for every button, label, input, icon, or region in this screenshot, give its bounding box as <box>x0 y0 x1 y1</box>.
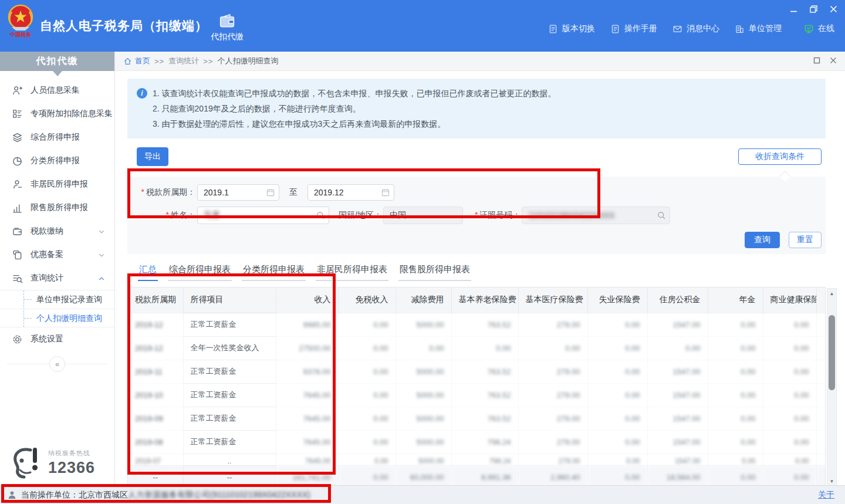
period-to-input[interactable]: 2019.12 <box>307 184 394 201</box>
cell-amount: 5000.00 <box>396 407 451 430</box>
restore-button[interactable] <box>807 4 819 14</box>
name-input[interactable]: 马某 <box>197 207 329 224</box>
tab-summary[interactable]: 汇总 <box>138 262 158 281</box>
sidebar-item-system-settings[interactable]: 系统设置 <box>0 327 114 351</box>
calendar-icon[interactable] <box>381 188 390 197</box>
doc-icon <box>548 24 558 34</box>
manual-button[interactable]: 操作手册 <box>610 23 657 34</box>
pie-icon <box>12 155 23 167</box>
app-header: 中国税务 自然人电子税务局（扣缴端） 代扣代缴 版本切换操作手册消息中心单位管理… <box>0 0 845 52</box>
cell-amount: 0.00 <box>816 336 826 360</box>
minimize-button[interactable] <box>787 4 799 14</box>
cell-amount: 0.00 <box>338 313 396 336</box>
cell-amount: 9985.00 <box>276 313 338 336</box>
breadcrumb: 首页 >> 查询统计 >> 个人扣缴明细查询 <box>115 52 845 71</box>
calendar-icon[interactable] <box>266 188 275 197</box>
version-switch-button[interactable]: 版本切换 <box>548 23 595 34</box>
cell-amount: 279.00 <box>518 407 587 430</box>
breadcrumb-home[interactable]: 首页 <box>135 56 150 66</box>
panel-close-button[interactable] <box>830 57 837 66</box>
table-row-summary: ----161,741.000.0060,000.008,991.362,960… <box>128 465 826 486</box>
cell-amount: 0.00 <box>587 430 647 454</box>
cell-amount: 0.00 <box>338 336 396 360</box>
scroll-down-arrow[interactable]: ▼ <box>827 476 836 486</box>
cell-amount: 0.00 <box>338 383 396 407</box>
message-center-button[interactable]: 消息中心 <box>672 23 719 34</box>
reset-button[interactable]: 重置 <box>789 232 822 248</box>
cell-income-item: 正常工资薪金 <box>183 313 276 336</box>
close-button[interactable] <box>827 4 839 14</box>
cell-income-item: 正常工资薪金 <box>183 407 276 430</box>
column-header: 住房公积金 <box>647 287 708 313</box>
header-tab-withholding[interactable]: 代扣代缴 <box>202 7 252 48</box>
collapse-conditions-button[interactable]: 收折查询条件 <box>738 148 822 165</box>
tab-restricted[interactable]: 限售股所得申报表 <box>398 262 471 281</box>
sidebar-item-person-info[interactable]: 人员信息采集 <box>0 79 114 102</box>
cell-amount: 0.00 <box>338 465 396 486</box>
cell-amount: 279.00 <box>518 430 587 454</box>
id-number-input[interactable]: 110102199X0422XXXX <box>522 207 670 224</box>
notice-box: i 1. 该查询统计表仅能查询已申报成功的数据，不包含未申报、申报失败，已申报但… <box>127 79 826 138</box>
column-header: 商业健康保险 <box>763 287 816 313</box>
current-unit-visible: 北京市西城区 <box>79 490 128 500</box>
sidebar-collapse-row: « <box>0 351 114 377</box>
scroll-up-arrow[interactable]: ▲ <box>827 289 836 298</box>
cell-amount: 0.00 <box>587 336 647 360</box>
search-icon[interactable] <box>316 211 325 220</box>
vertical-scroll-thumb[interactable] <box>829 315 835 390</box>
sidebar-item-preference-filing[interactable]: 优惠备案 <box>0 243 114 266</box>
column-header: 减除费用 <box>396 287 451 313</box>
vertical-scrollbar[interactable]: ▲ ▼ <box>827 288 837 486</box>
sidebar-item-tax-payment[interactable]: 税款缴纳 <box>0 219 114 243</box>
toolbar: 导出 收折查询条件 <box>127 147 826 166</box>
home-icon <box>123 57 132 66</box>
column-header: 免税收入 <box>338 287 396 313</box>
online-label: 在线 <box>818 23 834 34</box>
export-button[interactable]: 导出 <box>137 147 168 166</box>
cell-amount: 763.52 <box>451 313 518 336</box>
gear-icon <box>12 334 23 345</box>
sidebar-item-nonresident-income[interactable]: 非居民所得申报 <box>0 172 114 196</box>
sidebar-item-label: 税款缴纳 <box>31 226 63 236</box>
layers-icon <box>12 132 23 143</box>
sidebar-item-query-statistics[interactable]: 查询统计 <box>0 266 114 290</box>
query-row-period: 税款所属期： 2019.1 至 2019.12 <box>127 184 394 201</box>
sidebar-subitem-personal-withholding-query[interactable]: 个人扣缴明细查询 <box>0 309 114 327</box>
cell-amount: 1547.00 <box>647 454 708 465</box>
search-icon[interactable] <box>657 211 666 220</box>
current-unit-blurred: 人力资源服务有限公司(91110102199X0422XXXX) <box>128 490 310 500</box>
cell-amount: 0.00 <box>816 454 826 465</box>
about-link[interactable]: 关于 <box>818 490 834 500</box>
period-label: 税款所属期： <box>127 187 195 198</box>
sidebar-item-classified-income[interactable]: 分类所得申报 <box>0 149 114 172</box>
cell-amount: 0.00 <box>338 360 396 383</box>
cell-amount: 5000.00 <box>396 430 451 454</box>
panel-notch <box>779 171 790 181</box>
table-row-ellipsis: 2019-07..7645.000.005000.00798.24279.000… <box>128 454 826 465</box>
panel-maximize-button[interactable] <box>813 57 820 66</box>
tab-classified[interactable]: 分类所得申报表 <box>242 262 306 281</box>
sidebar-item-comprehensive-income[interactable]: 综合所得申报 <box>0 126 114 149</box>
cell-amount: 0.00 <box>708 430 763 454</box>
query-button[interactable]: 查询 <box>745 232 780 248</box>
wallet-icon <box>12 226 23 237</box>
nationality-label: 国籍/地区： <box>339 210 382 221</box>
cell-amount: 161,741.00 <box>276 465 338 486</box>
tab-comprehensive[interactable]: 综合所得申报表 <box>168 262 232 281</box>
sidebar-collapse-button[interactable]: « <box>49 356 65 372</box>
sidebar-item-label: 优惠备案 <box>31 249 63 260</box>
chevron-down-icon <box>98 228 105 235</box>
sidebar-item-special-deduction[interactable]: 专项附加扣除信息采集 <box>0 102 114 126</box>
online-status[interactable]: 在线 <box>804 23 834 34</box>
period-from-input[interactable]: 2019.1 <box>197 184 279 201</box>
cell-amount: 5000.00 <box>396 454 451 465</box>
unit-management-button[interactable]: 单位管理 <box>735 23 782 34</box>
table-header-row: 税款所属期所得项目收入免税收入减除费用基本养老保险费基本医疗保险费失业保险费住房… <box>128 287 826 313</box>
sidebar-subitem-unit-report-query[interactable]: 单位申报记录查询 <box>0 290 114 309</box>
tab-nonresident[interactable]: 非居民所得申报表 <box>316 262 388 281</box>
sidebar-item-restricted-shares[interactable]: 限售股所得申报 <box>0 196 114 219</box>
table-zone: 税款所属期所得项目收入免税收入减除费用基本养老保险费基本医疗保险费失业保险费住房… <box>127 287 826 497</box>
cell-period: 2019-12 <box>128 313 183 336</box>
notice-line-3: 3. 由于数据处理的滞后性，建议您在申报成功3天之后再来查询最新的申报数据。 <box>137 116 815 131</box>
table-row-data: 2019-10正常工资薪金7645.000.005000.00763.52279… <box>128 383 826 407</box>
